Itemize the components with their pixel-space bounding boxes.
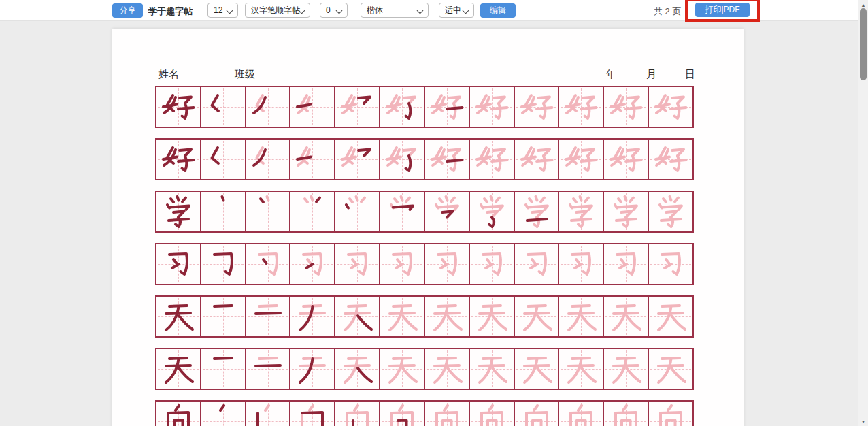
trace-character-cell [470,349,515,389]
worksheet-header: 姓名 班级 年 月 日 [155,68,697,83]
practice-row [155,400,694,426]
scroll-down-icon[interactable]: ▼ [858,416,868,426]
practice-grid [155,86,697,426]
trace-character-cell [649,349,692,389]
trace-character-cell [559,192,604,231]
trace-character-cell [515,140,560,179]
stroke-order-cell [246,87,291,127]
stroke-order-cell [201,297,246,336]
font-family-select[interactable]: 楷体 [361,3,429,18]
trace-character-cell [604,244,649,284]
stroke-order-cell [380,402,425,426]
size-mode-value: 适中 [445,5,461,16]
size-mode-select[interactable]: 适中 [439,3,474,18]
trace-character-cell [604,192,649,231]
trace-character-cell [604,87,649,127]
trace-character-cell [425,349,470,389]
share-button[interactable]: 分享 [112,3,143,18]
stroke-order-cell [425,402,470,426]
trace-character-cell [649,297,692,336]
trace-character-cell [559,402,604,426]
stroke-order-cell [335,192,380,231]
stroke-order-cell [335,402,380,426]
trace-character-cell [335,244,380,284]
stroke-order-cell [515,192,560,231]
stroke-order-cell [290,297,335,336]
stroke-order-cell [425,192,470,231]
trace-character-cell [604,297,649,336]
offset-select[interactable]: 0 [320,3,348,18]
trace-character-cell [470,297,515,336]
stroke-order-cell [246,244,291,284]
stroke-order-cell [290,87,335,127]
practice-row [155,348,694,390]
trace-character-cell [604,140,649,179]
trace-character-cell [470,140,515,179]
trace-character-cell [425,244,470,284]
year-label: 年 [606,68,616,81]
stroke-order-cell [201,402,246,426]
trace-character-cell [380,349,425,389]
trace-character-cell [470,402,515,426]
stroke-order-cell [380,87,425,127]
trace-character-cell [425,297,470,336]
chevron-down-icon [417,7,424,14]
edit-button[interactable]: 编辑 [480,3,516,18]
trace-character-cell [515,402,560,426]
stroke-order-cell [290,192,335,231]
stroke-order-cell [246,402,291,426]
template-type-select[interactable]: 汉字笔顺字帖 [245,3,310,18]
trace-character-cell [515,349,560,389]
stroke-order-cell [246,297,291,336]
class-label: 班级 [235,68,255,81]
stroke-order-cell [290,402,335,426]
font-size-value: 12 [214,5,222,15]
trace-character-cell [649,140,692,179]
practice-row [155,243,694,285]
trace-character-cell [380,244,425,284]
trace-character-cell [604,349,649,389]
model-character-cell [156,87,201,127]
practice-row [155,138,694,180]
stroke-order-cell [290,349,335,389]
trace-character-cell [380,297,425,336]
trace-character-cell [649,192,692,231]
trace-character-cell [559,87,604,127]
stroke-order-cell [335,140,380,179]
trace-character-cell [470,87,515,127]
trace-character-cell [649,244,692,284]
stroke-order-cell [335,349,380,389]
offset-value: 0 [326,5,331,15]
stroke-order-cell [246,140,291,179]
trace-character-cell [515,87,560,127]
stroke-order-cell [201,140,246,179]
stroke-order-cell [335,87,380,127]
stroke-order-cell [290,140,335,179]
app-title: 学于趣字帖 [148,5,193,18]
stroke-order-cell [380,140,425,179]
chevron-down-icon [463,7,469,14]
font-size-select[interactable]: 12 [207,3,238,18]
practice-row [155,86,694,128]
print-pdf-button[interactable]: 打印|PDF [695,3,750,17]
trace-character-cell [649,87,692,127]
stroke-order-cell [470,192,515,231]
red-highlight-annotation: 打印|PDF [685,0,760,22]
template-type-value: 汉字笔顺字帖 [251,5,300,16]
model-character-cell [156,140,201,179]
name-label: 姓名 [158,68,179,81]
chevron-down-icon [336,7,343,14]
stroke-order-cell [290,244,335,284]
stroke-order-cell [380,192,425,231]
stroke-order-cell [335,297,380,336]
chevron-down-icon [227,7,233,14]
vertical-scrollbar[interactable]: ▲ ▼ [858,0,868,426]
model-character-cell [156,192,201,231]
scrollbar-thumb[interactable] [860,8,867,80]
trace-character-cell [559,140,604,179]
model-character-cell [156,297,201,336]
font-family-value: 楷体 [367,5,383,16]
trace-character-cell [559,297,604,336]
stroke-order-cell [425,87,470,127]
stroke-order-cell [246,192,291,231]
